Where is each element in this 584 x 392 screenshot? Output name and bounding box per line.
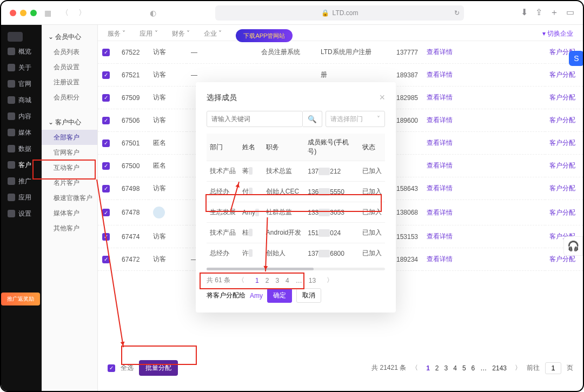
menu-finance[interactable]: 财务 ˅ xyxy=(172,29,190,38)
page-number[interactable]: 2 xyxy=(435,364,439,372)
assign-link[interactable]: 客户分配 xyxy=(549,71,575,78)
nav1-item-customer[interactable]: 客户 xyxy=(1,157,42,173)
shield-icon[interactable]: ◐ xyxy=(148,9,158,17)
member-row[interactable]: 总经办许▮创始人137▮▮▮6800已加入 xyxy=(207,243,385,264)
page-number[interactable]: 3 xyxy=(444,364,448,372)
support-widget-icon[interactable]: 🎧 xyxy=(563,236,583,256)
search-icon[interactable]: 🔍 xyxy=(303,111,322,127)
nav2-item[interactable]: 会员设置 xyxy=(42,59,97,75)
page-next-icon[interactable]: 〉 xyxy=(515,363,521,373)
detail-link[interactable]: 查看详情 xyxy=(427,232,453,240)
assign-link[interactable]: 客户分配 xyxy=(549,209,575,216)
detail-link[interactable]: 查看详情 xyxy=(427,116,453,124)
page-number[interactable]: 1 xyxy=(426,364,430,372)
department-select[interactable]: 请选择部门˅ xyxy=(326,111,385,127)
goto-input[interactable] xyxy=(545,362,561,374)
page-prev-icon[interactable]: 〈 xyxy=(412,363,418,373)
modal-close-icon[interactable]: × xyxy=(379,92,385,103)
cancel-button[interactable]: 取消 xyxy=(296,288,321,303)
promo-badge[interactable]: 推广返奖励 xyxy=(1,293,40,305)
minimize-window-icon[interactable] xyxy=(20,10,26,16)
forward-icon[interactable]: 〉 xyxy=(76,8,88,18)
row-checkbox[interactable]: ✓ xyxy=(102,139,110,147)
back-icon[interactable]: 〈 xyxy=(59,8,71,18)
nav2-group[interactable]: ⌄ 会员中心 xyxy=(42,29,97,44)
page-number[interactable]: … xyxy=(480,364,487,372)
modal-page-prev-icon[interactable]: 〈 xyxy=(238,276,244,285)
detail-link[interactable]: 查看详情 xyxy=(427,71,453,78)
nav1-item-overview[interactable]: 概览 xyxy=(1,43,42,59)
row-checkbox[interactable]: ✓ xyxy=(102,71,110,79)
nav1-item-setting[interactable]: 设置 xyxy=(1,205,42,222)
nav1-item-content[interactable]: 内容 xyxy=(1,108,42,124)
modal-page-number[interactable]: 4 xyxy=(286,277,289,284)
external-app-badge[interactable]: S xyxy=(569,51,584,66)
assign-link[interactable]: 客户分配 xyxy=(549,116,575,124)
nav1-item-app[interactable]: 应用 xyxy=(1,189,42,205)
nav2-item[interactable]: 官网客户 xyxy=(42,145,97,160)
nav2-item[interactable]: 全部客户 xyxy=(42,130,97,145)
nav2-item[interactable]: 互动客户 xyxy=(42,160,97,175)
nav2-item[interactable]: 会员积分 xyxy=(42,90,97,105)
modal-scrollbar[interactable] xyxy=(207,268,385,270)
row-checkbox[interactable]: ✓ xyxy=(102,185,110,192)
address-bar[interactable]: 🔒 LTD.com ↻ xyxy=(215,5,464,21)
row-checkbox[interactable]: ✓ xyxy=(102,117,110,124)
refresh-icon[interactable]: ↻ xyxy=(454,9,460,17)
modal-page-number[interactable]: 13 xyxy=(309,277,316,284)
modal-page-number[interactable]: 3 xyxy=(275,277,279,284)
member-row[interactable]: 生态发展Amy▮社群总监133▮▮▮3053已加入 xyxy=(207,202,385,223)
nav2-group[interactable]: ⌄ 客户中心 xyxy=(42,115,97,130)
detail-link[interactable]: 查看详情 xyxy=(427,139,453,147)
row-checkbox[interactable]: ✓ xyxy=(102,233,110,241)
page-number[interactable]: 6 xyxy=(472,364,475,372)
nav2-item[interactable]: 会员列表 xyxy=(42,44,97,59)
download-icon[interactable]: ⬇ xyxy=(521,7,528,18)
modal-page-number[interactable]: … xyxy=(296,277,302,284)
new-tab-icon[interactable]: ＋ xyxy=(550,7,559,18)
nav2-item[interactable]: 媒体客户 xyxy=(42,205,97,221)
modal-page-number[interactable]: 2 xyxy=(266,277,269,284)
tabs-icon[interactable]: ▭ xyxy=(566,7,574,18)
page-number[interactable]: 4 xyxy=(453,364,457,372)
page-number[interactable]: 2143 xyxy=(492,364,507,372)
nav1-item-site[interactable]: 官网 xyxy=(1,76,42,92)
assign-link[interactable]: 客户分配 xyxy=(549,162,575,169)
assign-link[interactable]: 客户分配 xyxy=(549,255,575,263)
page-number[interactable]: 5 xyxy=(462,364,466,372)
switch-enterprise-link[interactable]: ▾ 切换企业 xyxy=(542,29,573,38)
row-checkbox[interactable]: ✓ xyxy=(102,209,110,216)
member-row[interactable]: 技术产品桂▮Android开发151▮▮▮024已加入 xyxy=(207,223,385,243)
nav1-item-promo[interactable]: 推广 xyxy=(1,173,42,189)
app-download-pill[interactable]: 下载APP管网站 xyxy=(236,29,293,42)
nav2-item[interactable]: 注册设置 xyxy=(42,75,97,90)
close-window-icon[interactable] xyxy=(10,10,16,16)
assign-link[interactable]: 客户分配 xyxy=(549,94,575,101)
row-checkbox[interactable]: ✓ xyxy=(102,49,110,56)
detail-link[interactable]: 查看详情 xyxy=(427,162,453,169)
nav1-item-about[interactable]: 关于 xyxy=(1,59,42,76)
nav2-item[interactable]: 其他客户 xyxy=(42,221,97,236)
select-all-checkbox[interactable]: ✓ xyxy=(108,364,115,372)
detail-link[interactable]: 查看详情 xyxy=(427,184,453,192)
member-row[interactable]: 总经办付▮创始人CEC136▮▮▮5550已加入 xyxy=(207,182,385,202)
row-checkbox[interactable]: ✓ xyxy=(102,94,110,102)
member-row[interactable]: 技术产品蒋▮技术总监137▮▮▮212已加入 xyxy=(207,161,385,182)
detail-link[interactable]: 查看详情 xyxy=(427,48,453,56)
menu-service[interactable]: 服务 ˅ xyxy=(108,29,125,38)
nav1-item-media[interactable]: 媒体 xyxy=(1,124,42,141)
menu-enterprise[interactable]: 企业 ˅ xyxy=(204,29,222,38)
nav1-item-data[interactable]: 数据 xyxy=(1,141,42,157)
nav2-item[interactable]: 极速官微客户 xyxy=(42,190,97,205)
detail-link[interactable]: 查看详情 xyxy=(427,209,453,216)
modal-page-number[interactable]: 1 xyxy=(255,277,259,284)
detail-link[interactable]: 查看详情 xyxy=(427,94,453,101)
member-search-input[interactable] xyxy=(207,111,303,127)
row-checkbox[interactable]: ✓ xyxy=(102,256,110,263)
row-checkbox[interactable]: ✓ xyxy=(102,162,110,170)
maximize-window-icon[interactable] xyxy=(30,10,37,16)
share-icon[interactable]: ⇪ xyxy=(535,7,542,18)
sidebar-toggle-icon[interactable]: ▦ xyxy=(42,9,54,17)
assign-link[interactable]: 客户分配 xyxy=(549,139,575,147)
nav1-item-mall[interactable]: 商城 xyxy=(1,92,42,108)
